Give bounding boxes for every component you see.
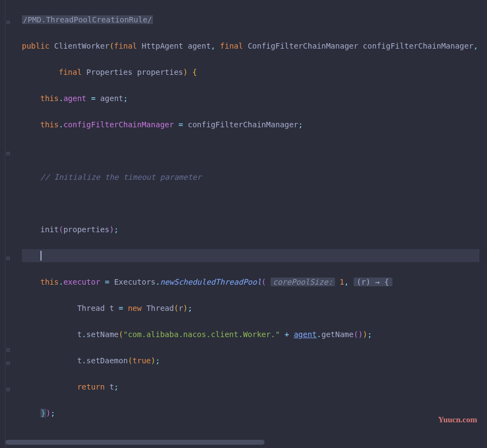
fold-marker[interactable]: ⊟	[7, 252, 10, 265]
gutter	[0, 0, 5, 448]
code-line[interactable]: init(properties);	[22, 223, 487, 236]
code-area[interactable]: /PMD.ThreadPoolCreationRule/ public Clie…	[13, 0, 487, 448]
code-line[interactable]: // Initialize the timeout parameter	[22, 170, 487, 184]
code-line[interactable]: this.configFilterChainManager = configFi…	[22, 118, 487, 131]
fold-marker[interactable]: ⊟	[7, 344, 10, 357]
code-line[interactable]: /PMD.ThreadPoolCreationRule/	[22, 13, 487, 26]
code-line[interactable]: this.executor = Executors.newScheduledTh…	[22, 275, 487, 288]
watermark: Yuucn.com	[438, 413, 477, 426]
code-line[interactable]: Thread t = new Thread(r);	[22, 302, 487, 315]
horizontal-scrollbar[interactable]	[5, 440, 476, 446]
annotation: /PMD.ThreadPoolCreationRule/	[22, 15, 153, 24]
scrollbar-thumb[interactable]	[5, 440, 265, 445]
fold-marker[interactable]: ⊟	[7, 147, 10, 160]
code-line[interactable]	[22, 144, 487, 157]
right-margin	[479, 0, 487, 448]
fold-gutter[interactable]: ⊟ ⊟ ⊟ ⊟ ⊟ ⊟	[5, 0, 13, 448]
code-line[interactable]: t.setDaemon(true);	[22, 354, 487, 367]
code-line-current[interactable]	[22, 249, 487, 262]
code-line[interactable]: this.agent = agent;	[22, 92, 487, 105]
cursor	[40, 251, 42, 261]
code-line[interactable]: });	[22, 406, 487, 420]
code-line[interactable]: final Properties properties) {	[22, 66, 487, 79]
fold-marker[interactable]: ⊟	[7, 357, 10, 370]
code-line[interactable]: return t;	[22, 380, 487, 393]
code-editor[interactable]: ⊟ ⊟ ⊟ ⊟ ⊟ ⊟ /PMD.ThreadPoolCreationRule/…	[0, 0, 487, 448]
code-line[interactable]: t.setName("com.alibaba.nacos.client.Work…	[22, 328, 487, 341]
fold-marker[interactable]: ⊟	[7, 16, 10, 29]
code-line[interactable]: public ClientWorker(final HttpAgent agen…	[22, 39, 487, 52]
fold-marker[interactable]: ⊟	[7, 383, 10, 396]
code-line[interactable]	[22, 197, 487, 210]
